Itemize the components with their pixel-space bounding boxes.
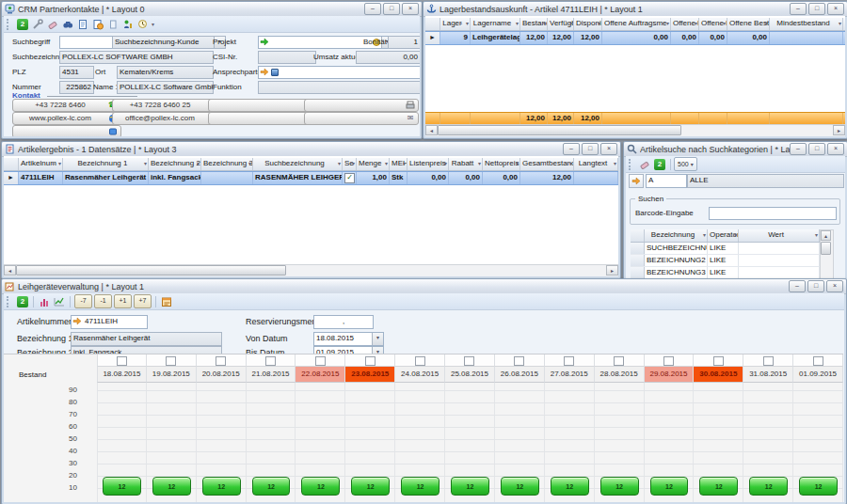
day-checkbox[interactable]: [365, 356, 376, 366]
column-header[interactable]: Se▾: [343, 158, 357, 170]
orange-arrow-icon[interactable]: [72, 317, 82, 325]
tools-icon[interactable]: [31, 18, 44, 31]
date-header[interactable]: 24.08.2015: [395, 367, 445, 383]
day-checkbox[interactable]: [216, 356, 226, 366]
filter-dropdown-icon[interactable]: ▾: [466, 21, 469, 27]
filter-dropdown-icon[interactable]: ▾: [723, 21, 726, 27]
column-header[interactable]: Listenpreis▾: [408, 158, 449, 170]
filter-dropdown-icon[interactable]: ▾: [58, 161, 61, 167]
contact-stats-icon[interactable]: [121, 18, 135, 31]
stock-bar[interactable]: 12: [501, 477, 539, 496]
window-lagerbestandsauskunft[interactable]: Lagerbestandsauskunft - Artikel 4711LEIH…: [423, 1, 847, 139]
row-limit-button[interactable]: 500▾: [674, 157, 697, 171]
filter-dropdown-icon[interactable]: ▾: [569, 161, 572, 167]
toolbar-dropdown-icon[interactable]: ▾: [152, 21, 154, 27]
column-header[interactable]: Bezeichnung 1▾: [63, 158, 149, 170]
window-leihgeraeteverwaltung[interactable]: Leihgeräteverwaltung | * Layout 1 – □ × …: [1, 278, 847, 504]
day-checkbox[interactable]: [614, 356, 624, 366]
filter-dropdown-icon[interactable]: ▾: [385, 161, 388, 167]
sms2-button[interactable]: [12, 125, 121, 136]
erase-icon[interactable]: [638, 158, 651, 171]
scroll-up-icon[interactable]: ▴: [821, 230, 831, 241]
document-icon[interactable]: [76, 18, 89, 31]
date-header[interactable]: 26.08.2015: [495, 367, 545, 383]
close-button[interactable]: ×: [402, 3, 419, 15]
calendar-edit-icon[interactable]: [160, 295, 173, 308]
column-header[interactable]: MEH▾: [390, 158, 408, 170]
column-header[interactable]: Offene FA-Pos▾: [699, 18, 727, 30]
filter-dropdown-icon[interactable]: ▾: [666, 21, 669, 27]
erase-icon[interactable]: [46, 18, 59, 31]
column-header[interactable]: Verfügbar▾: [548, 18, 574, 30]
reservierungsmenge-input[interactable]: ,: [313, 315, 374, 329]
stock-bar[interactable]: 12: [451, 477, 489, 496]
kategorie-arrow-button[interactable]: [629, 174, 644, 188]
window-artikelergebnis[interactable]: Artikelergebnis - 1 Datensätze | * Layou…: [1, 141, 621, 279]
day-checkbox[interactable]: [117, 356, 127, 366]
suchbegriff-input[interactable]: [59, 36, 113, 49]
day-checkbox[interactable]: [315, 356, 326, 366]
suchmodus-combobox[interactable]: Suchbezeichnung-Kunde▾: [112, 36, 226, 49]
column-header[interactable]: Artikelnum▴▾: [19, 158, 63, 170]
close-button[interactable]: ×: [826, 280, 843, 292]
restore-button[interactable]: □: [808, 3, 825, 15]
day-checkbox[interactable]: [663, 356, 674, 366]
artikel-grid[interactable]: Artikelnum▴▾Bezeichnung 1▾Bezeichnung 2▾…: [4, 158, 618, 185]
window-artikelsuche[interactable]: Artikelsuche nach Suchkategorien | * Lay…: [623, 141, 847, 287]
scrollbar-thumb[interactable]: [16, 265, 286, 276]
day-checkbox[interactable]: [813, 356, 823, 366]
filter-dropdown-icon[interactable]: ▾: [444, 161, 447, 167]
document-sync-icon[interactable]: [91, 18, 104, 31]
artikel-titlebar[interactable]: Artikelergebnis - 1 Datensätze | * Layou…: [2, 142, 620, 157]
ansprechpartner-field[interactable]: ▾: [258, 66, 420, 79]
minimize-button[interactable]: –: [790, 143, 807, 155]
bar-chart-icon[interactable]: [38, 295, 51, 308]
refresh-icon[interactable]: 2: [653, 158, 666, 171]
fax-button[interactable]: +43 7228 6460 25: [112, 99, 221, 112]
date-header[interactable]: 30.08.2015: [694, 367, 743, 383]
day-checkbox[interactable]: [514, 356, 524, 366]
date-header[interactable]: 28.08.2015: [595, 367, 645, 383]
date-header[interactable]: 01.09.2015: [793, 367, 843, 383]
lookup-icon[interactable]: [271, 69, 279, 76]
restore-button[interactable]: □: [808, 143, 825, 155]
column-header[interactable]: Suchbezeichnung▾: [253, 158, 343, 170]
suche-titlebar[interactable]: Artikelsuche nach Suchkategorien | * Lay…: [624, 142, 847, 157]
column-header[interactable]: Bezeichnung 3▾: [201, 158, 253, 170]
column-header[interactable]: Gesamtbestand▾: [520, 158, 574, 170]
stock-bar[interactable]: 12: [103, 477, 141, 496]
artikelnummer-field[interactable]: 4711LEIH: [71, 315, 148, 329]
column-header[interactable]: Bestand▾: [520, 18, 548, 30]
date-header[interactable]: 23.08.2015: [345, 367, 395, 383]
lager-row[interactable]: ►9Leihgerätelager12,0012,0012,000,000,00…: [425, 31, 845, 45]
scroll-right-icon[interactable]: ▸: [833, 125, 845, 135]
column-header[interactable]: Disponibel▾: [574, 18, 602, 30]
restore-button[interactable]: □: [807, 280, 824, 292]
minimize-button[interactable]: –: [790, 3, 807, 15]
filter-dropdown-icon[interactable]: ▾: [478, 161, 481, 167]
von-datum-picker[interactable]: 18.08.2015▾: [313, 332, 384, 346]
stock-bar[interactable]: 12: [650, 477, 689, 496]
phone1-button[interactable]: +43 7228 6460☎: [12, 99, 121, 112]
filter-dropdown-icon[interactable]: ▾: [516, 21, 519, 27]
restore-button[interactable]: □: [383, 3, 400, 15]
stock-bar[interactable]: 12: [202, 477, 241, 496]
column-header[interactable]: Offene Bestellme▾: [727, 18, 770, 30]
minimize-button[interactable]: –: [364, 3, 381, 15]
filter-dropdown-icon[interactable]: ▾: [516, 161, 519, 167]
filter-dropdown-icon[interactable]: ▾: [403, 161, 406, 167]
suche-vertical-scrollbar[interactable]: ▴: [820, 229, 834, 284]
chevron-down-icon[interactable]: ▾: [372, 333, 383, 345]
close-button[interactable]: ×: [600, 143, 617, 155]
day-checkbox[interactable]: [713, 356, 724, 366]
fax2-button[interactable]: [304, 99, 419, 112]
suche-grid[interactable]: Bezeichnung▾Operator▾Wert▾SUCHBEZEICHNUN…: [631, 229, 820, 284]
date-header[interactable]: 18.08.2015: [97, 367, 147, 383]
filter-dropdown-icon[interactable]: ▾: [248, 161, 251, 167]
date-header[interactable]: 20.08.2015: [197, 367, 247, 383]
filter-dropdown-icon[interactable]: ▾: [839, 21, 841, 27]
column-header[interactable]: Bezeichnung▾: [645, 229, 708, 242]
plus1-day-button[interactable]: +1: [114, 294, 132, 308]
stock-bar[interactable]: 12: [749, 477, 788, 496]
lager-horizontal-scrollbar[interactable]: ◂ ▸: [425, 124, 845, 136]
